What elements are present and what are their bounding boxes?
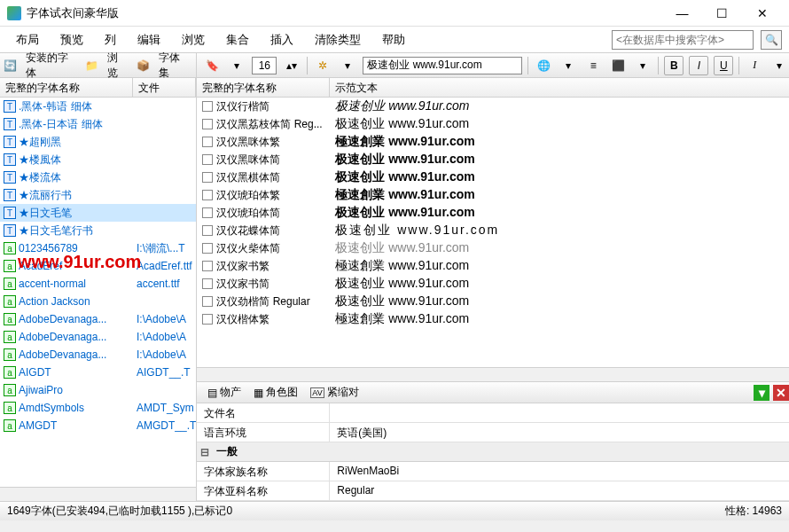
font-preview-row[interactable]: 汉仪黑荔枝体简 Reg...极速创业 www.91ur.com xyxy=(197,115,789,133)
font-type-icon: a xyxy=(4,419,16,432)
size-input[interactable] xyxy=(252,57,277,74)
checkbox[interactable] xyxy=(202,296,213,307)
tab-kerning[interactable]: AV紧缩对 xyxy=(305,382,363,403)
font-type-icon: T xyxy=(4,224,16,237)
col-sample[interactable]: 示范文本 xyxy=(330,78,789,97)
right-hscroll[interactable] xyxy=(197,367,789,381)
font-type-icon: a xyxy=(4,366,16,379)
maximize-button[interactable]: ☐ xyxy=(702,1,742,26)
list-item[interactable]: aAdobeDevanaga...I:\Adobe\A xyxy=(0,346,196,364)
tab-property[interactable]: ▤物产 xyxy=(202,382,246,403)
decrease-icon[interactable]: ▾ xyxy=(227,56,246,75)
left-font-list[interactable]: T.黑体-韩语 细体T.黑体-日本语 细体T★超刚黑T★楼風体T★楼流体T★流丽… xyxy=(0,98,196,487)
font-preview-row[interactable]: 汉仪火柴体简极速创业 www.91ur.com xyxy=(197,239,789,257)
list-item[interactable]: aAdobeDevanaga...I:\Adobe\A xyxy=(0,310,196,328)
list-item[interactable]: aAIGDTAIGDT__.T xyxy=(0,364,196,381)
underline-button[interactable]: U xyxy=(714,56,733,75)
menu-help[interactable]: 帮助 xyxy=(373,28,414,51)
list-item[interactable]: T★超刚黑 xyxy=(0,133,196,151)
left-hscroll[interactable] xyxy=(0,487,196,501)
font-preview-row[interactable]: 汉仪琥珀体繁極速創業 www.91ur.com xyxy=(197,186,789,204)
lines-icon[interactable]: ≡ xyxy=(583,56,603,75)
font-preview-row[interactable]: 汉仪劲楷简 Regular极速创业 www.91ur.com xyxy=(197,293,789,310)
list-item[interactable]: a0123456789I:\潮流\...T xyxy=(0,239,196,257)
list-item[interactable]: T★楼流体 xyxy=(0,168,196,186)
menu-insert[interactable]: 插入 xyxy=(262,28,302,51)
checkbox[interactable] xyxy=(202,172,213,183)
minimize-button[interactable]: — xyxy=(662,1,702,26)
dropdown4-icon[interactable]: ▾ xyxy=(769,56,789,75)
checkbox[interactable] xyxy=(202,119,213,129)
col-fontname[interactable]: 完整的字体名称 xyxy=(0,78,133,97)
prop-row: 文件名 xyxy=(197,403,789,423)
list-item[interactable]: T★日文毛笔行书 xyxy=(0,222,196,239)
list-item[interactable]: T.黑体-韩语 细体 xyxy=(0,98,196,115)
list-item[interactable]: aAMGDTAMGDT__.T xyxy=(0,417,196,434)
special-button[interactable]: I xyxy=(745,56,764,75)
menu-collection[interactable]: 集合 xyxy=(217,28,258,51)
font-sample: 極速創業 www.91ur.com xyxy=(330,258,789,274)
sample-text-input[interactable] xyxy=(363,57,522,74)
font-preview-row[interactable]: 汉仪琥珀体简极速创业 www.91ur.com xyxy=(197,204,789,222)
font-preview-list[interactable]: 汉仪行楷简极速创业 www.91ur.com汉仪黑荔枝体简 Reg...极速创业… xyxy=(197,98,789,367)
dropdown-icon[interactable]: ▾ xyxy=(338,56,357,75)
font-preview-row[interactable]: 汉仪黑棋体简极速创业 www.91ur.com xyxy=(197,168,789,186)
search-input[interactable] xyxy=(612,30,754,50)
checkbox[interactable] xyxy=(202,278,213,289)
list-item[interactable]: T★楼風体 xyxy=(0,151,196,168)
list-item[interactable]: aAjiwaiPro xyxy=(0,381,196,399)
close-props-button[interactable]: ✕ xyxy=(773,385,789,401)
bold-button[interactable]: B xyxy=(664,56,684,75)
checkbox[interactable] xyxy=(202,137,213,147)
list-item[interactable]: T★日文毛笔 xyxy=(0,204,196,222)
list-item[interactable]: aAcadErefAcadEref.ttf xyxy=(0,257,196,275)
font-name-label: ★日文毛笔行书 xyxy=(19,223,93,239)
search-button[interactable]: 🔍 xyxy=(761,30,782,50)
checkbox[interactable] xyxy=(202,225,213,236)
font-preview-row[interactable]: 汉仪行楷简极速创业 www.91ur.com xyxy=(197,98,789,115)
font-preview-row[interactable]: 汉仪黑咪体繁極速創業 www.91ur.com xyxy=(197,133,789,151)
close-button[interactable]: ✕ xyxy=(742,1,782,26)
col-file[interactable]: 文件 xyxy=(133,78,196,97)
bookmark-icon[interactable]: 🔖 xyxy=(202,56,222,75)
tab-fontset[interactable]: 字体集 xyxy=(155,49,192,82)
font-name-label: AdobeDevanaga... xyxy=(19,313,106,325)
font-preview-row[interactable]: 汉仪黑咪体简极速创业 www.91ur.com xyxy=(197,151,789,168)
checkbox[interactable] xyxy=(202,314,213,325)
property-grid[interactable]: 文件名 语言环境英语(美国) 一般 字体家族名称RiWenMaoBi 字体亚科名… xyxy=(197,403,789,501)
tab-charmap[interactable]: ▦角色图 xyxy=(248,382,303,403)
dropdown2-icon[interactable]: ▾ xyxy=(559,56,578,75)
refresh-icon[interactable]: 🔄 xyxy=(4,59,17,73)
font-file-label: AMDT_Sym xyxy=(133,402,196,414)
checkbox[interactable] xyxy=(202,190,213,200)
list-item[interactable]: T.黑体-日本语 细体 xyxy=(0,115,196,133)
list-item[interactable]: T★流丽行书 xyxy=(0,186,196,204)
color-icon[interactable]: ⬛ xyxy=(608,56,628,75)
prop-section[interactable]: 一般 xyxy=(197,442,789,462)
checkbox[interactable] xyxy=(202,154,213,165)
font-preview-row[interactable]: 汉仪花蝶体简极速创业 www.91ur.com xyxy=(197,222,789,239)
spinner-icon[interactable]: ▴▾ xyxy=(282,56,301,75)
checkbox[interactable] xyxy=(202,207,213,218)
dropdown3-icon[interactable]: ▾ xyxy=(633,56,652,75)
italic-button[interactable]: I xyxy=(689,56,708,75)
tab-installed[interactable]: 安装的字体 xyxy=(22,49,80,82)
globe-icon[interactable]: 🌐 xyxy=(534,56,553,75)
checkbox[interactable] xyxy=(202,261,213,271)
status-right: 性格: 14963 xyxy=(725,504,782,519)
font-preview-row[interactable]: 汉仪家书简极速创业 www.91ur.com xyxy=(197,275,789,293)
menu-clear[interactable]: 清除类型 xyxy=(306,28,370,51)
checkbox[interactable] xyxy=(202,243,213,254)
list-item[interactable]: aAmdtSymbolsAMDT_Sym xyxy=(0,399,196,417)
expand-button[interactable]: ▾ xyxy=(754,385,769,401)
col-fullname[interactable]: 完整的字体名称 xyxy=(197,78,330,97)
list-item[interactable]: aAdobeDevanaga...I:\Adobe\A xyxy=(0,328,196,346)
compass-icon[interactable]: ✲ xyxy=(313,56,332,75)
tab-browse[interactable]: 浏览 xyxy=(104,49,131,82)
list-item[interactable]: aaccent-normalaccent.ttf xyxy=(0,275,196,293)
font-name-label: AdobeDevanaga... xyxy=(19,331,106,343)
checkbox[interactable] xyxy=(202,101,213,112)
font-preview-row[interactable]: 汉仪家书繁極速創業 www.91ur.com xyxy=(197,257,789,275)
list-item[interactable]: aAction Jackson xyxy=(0,293,196,310)
font-preview-row[interactable]: 汉仪楷体繁極速創業 www.91ur.com xyxy=(197,310,789,328)
